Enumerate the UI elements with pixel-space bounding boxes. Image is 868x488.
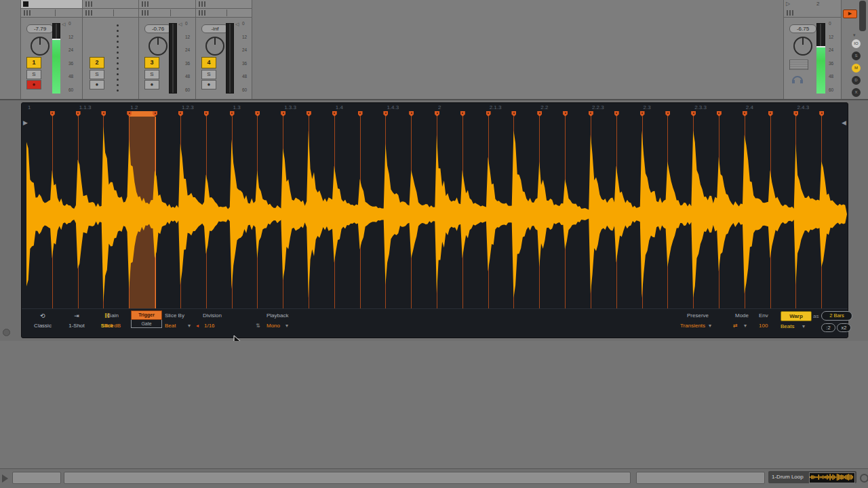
- status-box[interactable]: [12, 472, 61, 484]
- pan-knob[interactable]: [149, 37, 167, 56]
- status-box-2[interactable]: [636, 472, 765, 484]
- slice-flag[interactable]: [589, 111, 593, 117]
- slice-flag[interactable]: [50, 111, 55, 117]
- master-pan-knob[interactable]: [793, 37, 812, 56]
- chevron-down-icon[interactable]: ▾: [802, 323, 805, 329]
- clip-slot[interactable]: [139, 0, 195, 9]
- trigger-gate-toggle[interactable]: Trigger Gate: [131, 310, 162, 328]
- volume-readout[interactable]: -7.79: [26, 24, 54, 33]
- selected-slice-flag[interactable]: [129, 111, 155, 117]
- crossfader-assign-box[interactable]: [789, 60, 808, 70]
- playback-voices-icon[interactable]: ⇅: [256, 323, 260, 329]
- slice-flag[interactable]: [409, 111, 414, 117]
- gate-option[interactable]: Gate: [131, 320, 162, 328]
- record-arm-button[interactable]: ●: [144, 80, 159, 89]
- pan-knob[interactable]: [31, 37, 50, 56]
- record-arm-button[interactable]: ●: [201, 80, 216, 89]
- track-number-button[interactable]: 1: [26, 57, 41, 68]
- slice-flag[interactable]: [460, 111, 465, 117]
- one-shot-mode-button[interactable]: ⇥ 1-Shot: [60, 312, 93, 329]
- view-toggle-m[interactable]: M: [852, 64, 861, 73]
- waveform[interactable]: [26, 119, 847, 309]
- chevron-down-icon[interactable]: ▾: [709, 323, 711, 329]
- headphone-cue-icon[interactable]: [791, 73, 804, 84]
- clip-slot[interactable]: [21, 0, 82, 9]
- track-number-button[interactable]: 2: [90, 57, 104, 68]
- slice-flag[interactable]: [640, 111, 645, 117]
- slice-by-value[interactable]: Beat: [165, 323, 176, 329]
- current-sample-chip[interactable]: 1-Drum Loop: [768, 471, 856, 483]
- view-toggle-x[interactable]: X: [852, 88, 861, 97]
- view-toggle-io[interactable]: IO: [852, 39, 861, 48]
- solo-button[interactable]: S: [26, 70, 41, 79]
- division-value[interactable]: 1/16: [204, 323, 215, 329]
- warp-double-button[interactable]: x2: [837, 323, 851, 332]
- classic-mode-button[interactable]: ⟲ Classic: [25, 312, 60, 329]
- slice-flag[interactable]: [435, 111, 439, 117]
- simpler-sample-display[interactable]: 11.1.31.21.2.31.31.3.31.41.4.322.1.32.22…: [21, 102, 848, 338]
- gain-value[interactable]: 0.0 dB: [105, 323, 121, 329]
- vertical-scrollbar[interactable]: [859, 1, 866, 31]
- view-toggle-s[interactable]: S: [852, 52, 861, 60]
- slice-flag[interactable]: [614, 111, 619, 117]
- scene-launch-icon[interactable]: ▷: [786, 1, 790, 7]
- loop-mode-icon[interactable]: ⇄: [733, 323, 738, 329]
- slice-flag[interactable]: [332, 111, 337, 117]
- slice-flag[interactable]: [255, 111, 260, 117]
- slice-flag[interactable]: [486, 111, 491, 117]
- clip-slot[interactable]: [83, 9, 138, 18]
- warp-bars-button[interactable]: 2 Bars: [821, 311, 852, 321]
- play-icon[interactable]: [2, 474, 8, 483]
- slice-flag[interactable]: [537, 111, 542, 117]
- status-box-long[interactable]: [64, 472, 631, 484]
- slice-flag[interactable]: [76, 111, 81, 117]
- slice-flag[interactable]: [665, 111, 670, 117]
- solo-button[interactable]: S: [144, 70, 159, 79]
- slice-flag[interactable]: [383, 111, 388, 117]
- status-circle-icon[interactable]: [860, 474, 868, 483]
- panel-handle[interactable]: [3, 329, 10, 336]
- slice-flag[interactable]: [307, 111, 311, 117]
- slice-flag[interactable]: [768, 111, 773, 117]
- record-arm-button[interactable]: ●: [90, 80, 104, 89]
- slice-flag[interactable]: [101, 111, 106, 117]
- solo-button[interactable]: S: [201, 70, 216, 79]
- slice-flag[interactable]: [793, 111, 798, 117]
- slice-flag[interactable]: [511, 111, 516, 117]
- slice-flag[interactable]: [743, 111, 747, 117]
- slice-flag[interactable]: [204, 111, 209, 117]
- slice-flag[interactable]: [281, 111, 285, 117]
- record-arm-button[interactable]: ●: [26, 80, 41, 89]
- clip-slot[interactable]: [196, 0, 252, 9]
- slice-flag[interactable]: [563, 111, 568, 117]
- solo-button[interactable]: S: [90, 70, 104, 79]
- warp-mode-value[interactable]: Beats: [781, 323, 794, 329]
- slice-flag[interactable]: [230, 111, 235, 117]
- warp-button[interactable]: Warp: [781, 311, 812, 321]
- slice-flag[interactable]: [691, 111, 696, 117]
- clip-slot[interactable]: [139, 9, 195, 18]
- track-number-button[interactable]: 4: [201, 57, 216, 68]
- volume-readout[interactable]: -0.76: [144, 24, 172, 33]
- clip-slot[interactable]: [83, 0, 138, 9]
- play-indicator-button[interactable]: ▶: [843, 9, 857, 18]
- slice-flag[interactable]: [358, 111, 363, 117]
- volume-readout[interactable]: -inf: [201, 24, 229, 33]
- clip-slot[interactable]: [196, 9, 252, 18]
- chevron-down-icon[interactable]: ▾: [285, 323, 288, 329]
- division-nudge-icon[interactable]: ◂: [196, 323, 199, 329]
- master-volume-readout[interactable]: -6.75: [789, 24, 816, 33]
- clip-slot[interactable]: [21, 9, 82, 18]
- chevron-down-icon[interactable]: ▾: [188, 323, 191, 329]
- view-toggle-d[interactable]: D: [852, 76, 861, 85]
- preserve-value[interactable]: Transients: [680, 323, 705, 329]
- slice-flag[interactable]: [717, 111, 722, 117]
- playback-value[interactable]: Mono: [267, 323, 280, 329]
- chevron-down-icon[interactable]: ▾: [853, 33, 856, 38]
- slice-flag[interactable]: [178, 111, 183, 117]
- slice-flag[interactable]: [819, 111, 824, 117]
- track-number-button[interactable]: 3: [144, 57, 159, 68]
- env-value[interactable]: 100: [759, 323, 768, 329]
- chevron-down-icon[interactable]: ▾: [744, 323, 747, 329]
- pan-knob[interactable]: [205, 37, 224, 56]
